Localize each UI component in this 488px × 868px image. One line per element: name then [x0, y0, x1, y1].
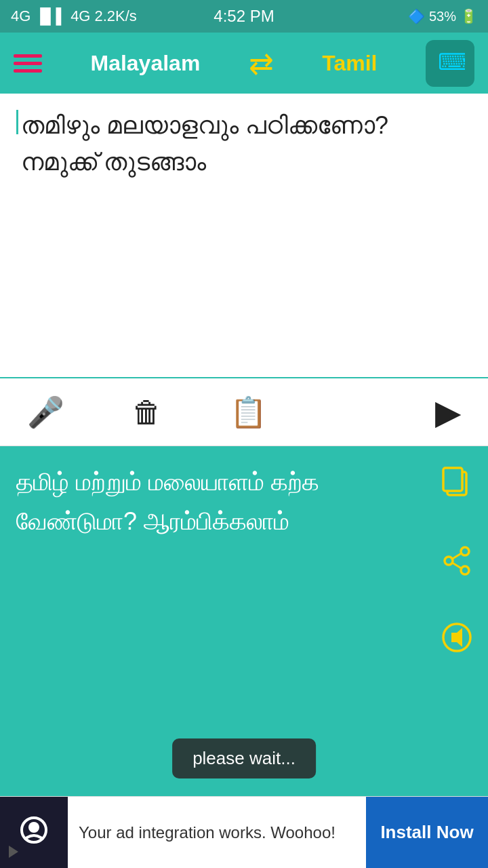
svg-point-12 [28, 822, 39, 833]
input-area[interactable]: തമിഴും മലയാളവും പഠിക്കണോ? നമുക്ക് തുടങ്ങ… [0, 94, 488, 378]
app-bar: Malayalam ⇄ Tamil ⌨ [0, 33, 488, 94]
battery-icon: 🔋 [460, 8, 477, 24]
send-button[interactable]: ▶ [428, 386, 468, 439]
ad-banner: Your ad integration works. Woohoo! Insta… [0, 796, 488, 868]
svg-point-4 [461, 547, 469, 555]
ad-message: Your ad integration works. Woohoo! [68, 823, 366, 842]
signal-bars: ▐▌▌ [35, 7, 66, 25]
input-line2: നമുക്ക് തുടങ്ങാം [21, 144, 388, 180]
share-button[interactable] [436, 540, 477, 583]
bluetooth-icon: 🔷 [408, 8, 425, 24]
target-language-label: Tamil [322, 51, 377, 76]
delete-button[interactable]: 🗑 [125, 389, 169, 436]
toolbar: 🎤 🗑 📋 ▶ [0, 378, 488, 446]
status-right: 🔷 53% 🔋 [408, 8, 477, 24]
status-left: 4G ▐▌▌ 4G 2.2K/s [11, 7, 137, 25]
swap-icon: ⇄ [249, 46, 274, 81]
output-actions [436, 460, 477, 660]
status-bar: 4G ▐▌▌ 4G 2.2K/s 4:52 PM 🔷 53% 🔋 [0, 0, 488, 33]
svg-text:⌨: ⌨ [438, 49, 465, 75]
swap-language-button[interactable]: ⇄ [249, 46, 274, 81]
tooltip-container: please wait... [172, 738, 316, 778]
microphone-button[interactable]: 🎤 [20, 388, 71, 437]
copy-button[interactable] [436, 460, 477, 507]
hamburger-menu[interactable] [14, 54, 42, 73]
translate-button[interactable]: ⌨ [426, 40, 474, 87]
svg-line-8 [453, 563, 462, 568]
svg-marker-13 [9, 846, 18, 858]
output-line2: வேண்டுமா? ஆரம்பிக்கலாம் [16, 502, 434, 541]
microphone-icon: 🎤 [27, 395, 64, 430]
data-speed-val: 2.2K/s [94, 7, 136, 25]
output-text: தமிழ் மற்றும் மலையாளம் கற்க வேண்டுமா? ஆர… [16, 462, 434, 540]
please-wait-tooltip: please wait... [172, 738, 316, 778]
svg-point-5 [461, 566, 469, 574]
status-time: 4:52 PM [214, 7, 274, 26]
volume-button[interactable] [436, 617, 477, 660]
input-field[interactable]: തമിഴും മലയാളവും പഠിക്കണോ? നമുക്ക് തുടങ്ങ… [16, 107, 472, 180]
ad-logo [0, 797, 68, 869]
data-speed: 4G [70, 7, 90, 25]
send-icon: ▶ [435, 393, 461, 432]
input-text: തമിഴും മലയാളവും പഠിക്കണോ? നമുക്ക് തുടങ്ങ… [21, 107, 388, 180]
network-type: 4G [11, 7, 30, 25]
svg-rect-3 [443, 468, 462, 491]
source-language-label: Malayalam [90, 51, 200, 76]
output-line1: தமிழ் மற்றும் மலையாளம் கற்க [16, 462, 434, 502]
text-cursor [16, 110, 18, 134]
svg-line-7 [453, 553, 462, 559]
input-line1: തമിഴും മലയാളവും പഠിക്കണോ? [21, 107, 388, 144]
install-now-button[interactable]: Install Now [366, 797, 488, 869]
delete-icon: 🗑 [132, 395, 162, 429]
battery-percent: 53% [429, 9, 456, 24]
translate-icon: ⌨ [435, 53, 465, 81]
paste-button[interactable]: 📋 [223, 388, 274, 437]
svg-marker-10 [451, 628, 462, 647]
svg-point-6 [445, 557, 453, 565]
paste-icon: 📋 [230, 395, 267, 430]
output-area: தமிழ் மற்றும் மலையாளம் கற்க வேண்டுமா? ஆர… [0, 446, 488, 799]
